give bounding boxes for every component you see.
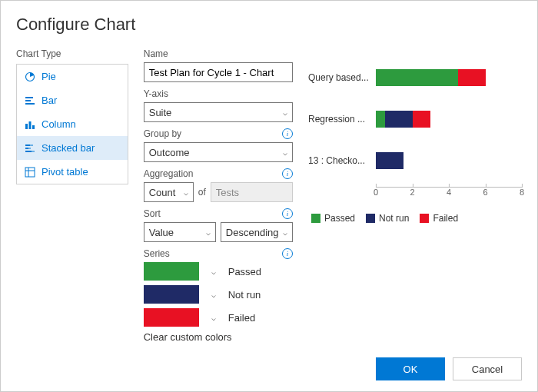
chart-bar-segment	[458, 69, 486, 86]
groupby-value: Outcome	[149, 147, 190, 158]
pivot-table-icon	[25, 167, 35, 178]
info-icon[interactable]: i	[282, 168, 293, 179]
chevron-down-icon: ⌵	[283, 148, 287, 157]
sort-label: Sort	[144, 208, 161, 219]
chevron-down-icon: ⌵	[184, 188, 188, 197]
chart-bar-segment	[413, 111, 431, 128]
series-color-dropdown[interactable]: ⌵	[207, 285, 221, 304]
sort-dir-select[interactable]: Descending ⌵	[221, 222, 293, 242]
aggregation-label: Aggregation	[144, 168, 194, 179]
legend-item: Failed	[420, 213, 458, 224]
series-color-swatch[interactable]	[144, 262, 199, 281]
groupby-select[interactable]: Outcome ⌵	[144, 142, 293, 162]
chevron-down-icon: ⌵	[283, 108, 287, 117]
sort-by-select[interactable]: Value ⌵	[144, 222, 216, 242]
svg-rect-11	[25, 151, 32, 152]
axis-tick: 8	[520, 188, 524, 197]
aggregation-of: of	[198, 187, 206, 198]
aggregation-select[interactable]: Count ⌵	[144, 182, 194, 202]
ok-button[interactable]: OK	[376, 357, 445, 380]
svg-rect-10	[28, 148, 31, 149]
axis-tick: 2	[410, 188, 414, 197]
chart-category-label: 13 : Checko...	[308, 155, 376, 166]
chevron-down-icon: ⌵	[206, 228, 211, 237]
sort-dir-value: Descending	[226, 227, 279, 238]
chevron-down-icon: ⌵	[211, 291, 216, 299]
legend-swatch	[420, 214, 429, 223]
chart-type-label-text: Pie	[42, 71, 56, 82]
series-label: Series	[144, 248, 170, 259]
legend-item: Passed	[311, 213, 355, 224]
stacked-bar-icon	[25, 143, 35, 154]
bar-icon	[25, 95, 35, 106]
svg-rect-8	[30, 145, 33, 146]
series-color-swatch[interactable]	[144, 308, 199, 327]
chevron-down-icon: ⌵	[211, 314, 216, 322]
cancel-button[interactable]: Cancel	[453, 357, 522, 380]
series-color-dropdown[interactable]: ⌵	[207, 308, 221, 327]
legend-item: Not run	[366, 213, 409, 224]
legend-label: Failed	[433, 213, 458, 224]
name-label: Name	[144, 48, 293, 59]
series-name: Failed	[228, 312, 255, 324]
svg-rect-2	[25, 100, 31, 101]
chart-type-column[interactable]: Column	[17, 112, 128, 136]
chart-type-pivot-table[interactable]: Pivot table	[17, 160, 128, 184]
chart-type-label-text: Stacked bar	[42, 142, 95, 154]
chart-type-bar[interactable]: Bar	[17, 88, 128, 112]
chevron-down-icon: ⌵	[283, 228, 287, 237]
series-name: Not run	[228, 289, 261, 301]
svg-rect-13	[25, 168, 35, 177]
series-color-dropdown[interactable]: ⌵	[207, 262, 221, 281]
chart-type-label-text: Column	[42, 118, 76, 130]
chart-legend: PassedNot runFailed	[311, 213, 522, 224]
series-color-swatch[interactable]	[144, 285, 199, 304]
svg-rect-7	[25, 145, 30, 146]
svg-rect-1	[25, 97, 33, 98]
svg-rect-3	[25, 103, 35, 105]
info-icon[interactable]: i	[282, 208, 293, 219]
svg-rect-6	[32, 125, 35, 129]
legend-label: Not run	[379, 213, 409, 224]
series-name: Passed	[228, 266, 261, 277]
chart-type-label-text: Bar	[42, 95, 57, 106]
aggregation-value: Count	[149, 187, 176, 198]
svg-rect-12	[32, 151, 35, 152]
yaxis-select[interactable]: Suite ⌵	[144, 102, 293, 122]
chart-type-label: Chart Type	[16, 48, 128, 59]
pie-icon	[25, 71, 35, 82]
chart-category-label: Query based...	[308, 72, 376, 83]
chart-type-stacked-bar[interactable]: Stacked bar	[17, 136, 128, 160]
legend-label: Passed	[324, 213, 355, 224]
chart-preview: Query based...Regression ...13 : Checko.…	[308, 62, 522, 224]
clear-custom-colors-link[interactable]: Clear custom colors	[144, 331, 293, 343]
column-icon	[25, 119, 35, 130]
aggregation-field: Tests	[211, 182, 293, 202]
chart-bar-segment	[376, 152, 404, 169]
chart-bar	[376, 111, 430, 128]
yaxis-label: Y-axis	[144, 88, 168, 99]
chart-bar	[376, 69, 486, 86]
yaxis-value: Suite	[149, 107, 172, 118]
axis-tick: 0	[374, 188, 378, 197]
legend-swatch	[366, 214, 375, 223]
axis-tick: 6	[483, 188, 487, 197]
chart-type-pie[interactable]: Pie	[17, 65, 128, 88]
chart-type-label-text: Pivot table	[42, 166, 88, 178]
svg-rect-5	[29, 121, 32, 129]
axis-tick: 4	[447, 188, 451, 197]
legend-swatch	[311, 214, 320, 223]
chart-bar-segment	[385, 111, 413, 128]
info-icon[interactable]: i	[282, 248, 293, 259]
chevron-down-icon: ⌵	[211, 267, 216, 276]
svg-rect-4	[25, 124, 28, 129]
chart-bar-segment	[376, 69, 458, 86]
sort-by-value: Value	[149, 227, 174, 238]
chart-type-list: Pie Bar Column Stacked bar	[16, 64, 128, 184]
svg-rect-9	[25, 148, 28, 149]
info-icon[interactable]: i	[282, 128, 293, 139]
chart-category-label: Regression ...	[308, 114, 376, 125]
chart-bar-segment	[376, 111, 385, 128]
groupby-label: Group by	[144, 128, 181, 139]
name-input[interactable]	[144, 62, 293, 82]
